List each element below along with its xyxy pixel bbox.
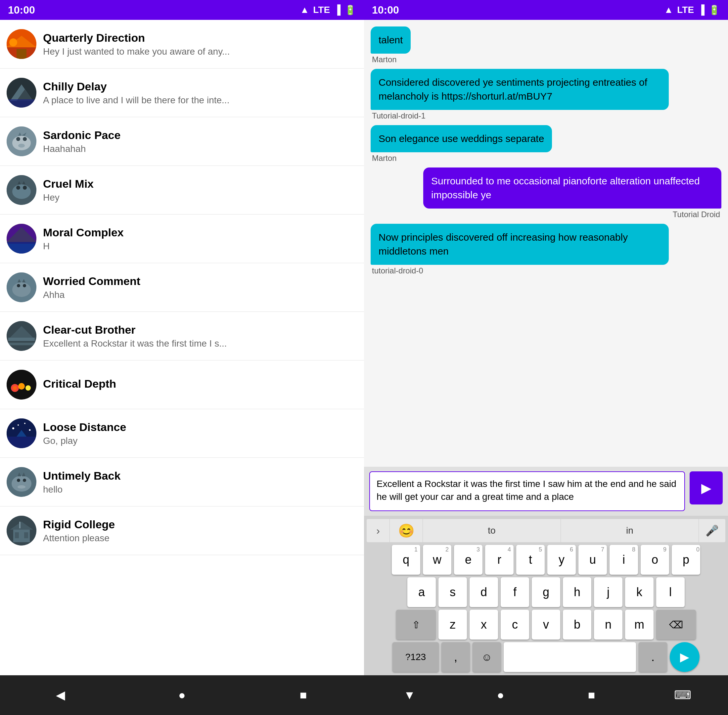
- conversation-list: Quarterly Direction Hey I just wanted to…: [0, 20, 364, 675]
- key-p[interactable]: 0p: [672, 545, 700, 575]
- conv-preview-cruel-mix: Hey: [43, 192, 357, 203]
- key-v[interactable]: v: [532, 610, 560, 640]
- key-num-switch[interactable]: ?123: [392, 642, 439, 672]
- recents-button[interactable]: ■: [294, 685, 314, 705]
- keyboard: › 😊 to in 🎤 1q 2w 3e 4r 5t 6y 7u 8i 9o 0…: [364, 516, 728, 675]
- avatar-chilly-delay: [7, 78, 36, 107]
- conv-item-loose-distance[interactable]: Loose Distance Go, play: [0, 409, 364, 458]
- key-x[interactable]: x: [470, 610, 498, 640]
- conv-title-chilly-delay: Chilly Delay: [43, 80, 357, 93]
- key-c[interactable]: c: [501, 610, 529, 640]
- svg-point-44: [12, 427, 14, 429]
- svg-point-55: [18, 485, 26, 489]
- svg-point-40: [26, 385, 31, 391]
- key-b[interactable]: b: [563, 610, 591, 640]
- message-surrounded: Surrounded to me occasional pianoforte a…: [423, 167, 721, 219]
- conv-item-clear-cut-brother[interactable]: Clear-cut Brother Excellent a Rockstar i…: [0, 312, 364, 361]
- key-o[interactable]: 9o: [641, 545, 669, 575]
- right-battery-icon: 🔋: [708, 5, 720, 15]
- key-emoji[interactable]: ☺: [473, 642, 501, 672]
- send-button[interactable]: ▶: [690, 471, 723, 504]
- svg-point-51: [17, 479, 20, 482]
- conv-preview-quarterly-direction: Hey I just wanted to make you aware of a…: [43, 46, 357, 57]
- home-button[interactable]: ●: [172, 685, 192, 705]
- key-period[interactable]: .: [639, 642, 667, 672]
- key-a[interactable]: a: [407, 577, 436, 607]
- conv-item-cruel-mix[interactable]: Cruel Mix Hey: [0, 166, 364, 214]
- left-nav-bar: ◀ ● ■: [0, 675, 364, 715]
- key-u[interactable]: 7u: [579, 545, 607, 575]
- key-f[interactable]: f: [501, 577, 529, 607]
- right-keyboard-button[interactable]: ⌨: [673, 685, 693, 705]
- key-backspace[interactable]: ⌫: [656, 610, 696, 640]
- message-input[interactable]: Excellent a Rockstar it was the first ti…: [369, 471, 685, 511]
- key-h[interactable]: h: [563, 577, 591, 607]
- back-button[interactable]: ◀: [51, 685, 71, 705]
- right-status-bar: 10:00 ▲ LTE ▐ 🔋: [364, 0, 728, 20]
- conv-title-sardonic-pace: Sardonic Pace: [43, 129, 357, 142]
- suggestion-to[interactable]: to: [423, 519, 561, 542]
- conv-title-moral-complex: Moral Complex: [43, 226, 357, 239]
- svg-point-19: [16, 186, 20, 190]
- keyboard-emoji-suggestion[interactable]: 😊: [390, 519, 423, 542]
- key-send[interactable]: ▶: [670, 642, 699, 672]
- conv-item-moral-complex[interactable]: Moral Complex H: [0, 214, 364, 263]
- conv-item-rigid-college[interactable]: Rigid College Attention please: [0, 507, 364, 555]
- conv-item-worried-comment[interactable]: Worried Comment Ahha: [0, 263, 364, 312]
- conv-text-cruel-mix: Cruel Mix Hey: [43, 177, 357, 203]
- conv-title-critical-depth: Critical Depth: [43, 377, 357, 390]
- svg-point-29: [17, 284, 20, 287]
- key-shift[interactable]: ⇧: [396, 610, 436, 640]
- key-r[interactable]: 4r: [485, 545, 514, 575]
- right-dropdown-button[interactable]: ▼: [400, 685, 420, 705]
- key-space[interactable]: [503, 642, 636, 672]
- key-k[interactable]: k: [625, 577, 654, 607]
- conv-item-critical-depth[interactable]: Critical Depth: [0, 361, 364, 409]
- key-m[interactable]: m: [625, 610, 654, 640]
- key-l[interactable]: l: [656, 577, 685, 607]
- svg-point-28: [12, 282, 31, 297]
- right-signal-icon: ▐: [698, 5, 704, 15]
- key-t[interactable]: 5t: [516, 545, 545, 575]
- suggestion-in[interactable]: in: [561, 519, 699, 542]
- conv-item-quarterly-direction[interactable]: Quarterly Direction Hey I just wanted to…: [0, 20, 364, 68]
- svg-rect-59: [24, 532, 28, 538]
- key-q[interactable]: 1q: [392, 545, 420, 575]
- right-recents-button[interactable]: ■: [582, 685, 601, 705]
- avatar-quarterly-direction: [7, 29, 36, 59]
- right-home-button[interactable]: ●: [491, 685, 511, 705]
- key-i[interactable]: 8i: [609, 545, 638, 575]
- conv-item-sardonic-pace[interactable]: Sardonic Pace Haahahah: [0, 117, 364, 166]
- key-z[interactable]: z: [439, 610, 467, 640]
- lte-label: LTE: [313, 5, 330, 15]
- key-d[interactable]: d: [470, 577, 498, 607]
- battery-icon: 🔋: [344, 5, 356, 15]
- key-w[interactable]: 2w: [423, 545, 451, 575]
- wifi-icon: ▲: [300, 5, 309, 15]
- conv-preview-worried-comment: Ahha: [43, 290, 357, 300]
- conv-title-quarterly-direction: Quarterly Direction: [43, 32, 357, 44]
- right-lte-label: LTE: [677, 5, 694, 15]
- bubble-now-principles: Now principles discovered off increasing…: [371, 224, 669, 265]
- svg-rect-43: [7, 437, 36, 448]
- conv-title-loose-distance: Loose Distance: [43, 421, 357, 434]
- conv-item-chilly-delay[interactable]: Chilly Delay A place to live and I will …: [0, 68, 364, 117]
- key-n[interactable]: n: [594, 610, 622, 640]
- conv-text-loose-distance: Loose Distance Go, play: [43, 421, 357, 446]
- svg-point-47: [18, 424, 19, 426]
- svg-point-16: [18, 144, 25, 148]
- svg-rect-4: [17, 49, 27, 59]
- conv-item-untimely-back[interactable]: Untimely Back hello: [0, 458, 364, 507]
- key-g[interactable]: g: [532, 577, 560, 607]
- sender-marton-1: Marton: [371, 55, 411, 64]
- keyboard-mic-button[interactable]: 🎤: [699, 519, 725, 542]
- keyboard-expand-button[interactable]: ›: [367, 519, 390, 542]
- conv-preview-sardonic-pace: Haahahah: [43, 144, 357, 154]
- key-comma[interactable]: ,: [442, 642, 470, 672]
- key-y[interactable]: 6y: [547, 545, 576, 575]
- key-j[interactable]: j: [594, 577, 622, 607]
- avatar-untimely-back: [7, 467, 36, 497]
- key-e[interactable]: 3e: [454, 545, 482, 575]
- key-s[interactable]: s: [439, 577, 467, 607]
- avatar-worried-comment: [7, 272, 36, 302]
